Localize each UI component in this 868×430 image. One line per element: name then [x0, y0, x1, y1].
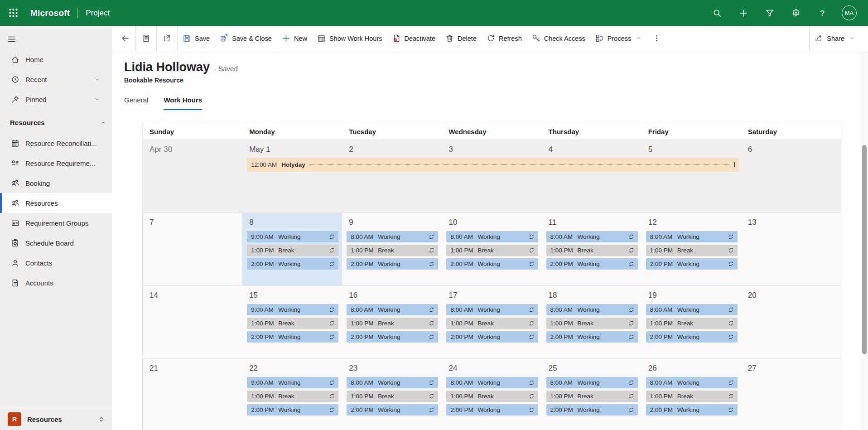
calendar-event[interactable]: 2:00 PMWorking [646, 404, 738, 416]
sidebar-item-resources[interactable]: Resources [0, 193, 112, 213]
calendar-event[interactable]: 2:00 PMWorking [446, 331, 538, 343]
calendar-day[interactable]: Apr 30 [143, 140, 242, 213]
sidebar-item-resource-requireme[interactable]: Resource Requireme... [0, 153, 112, 173]
calendar-event[interactable]: 1:00 PMBreak [646, 318, 738, 329]
calendar-event[interactable]: 1:00 PMBreak [446, 245, 538, 256]
calendar-day[interactable]: 2 [342, 140, 442, 213]
calendar-event[interactable]: 8:00 AMWorking [546, 377, 638, 388]
calendar-day[interactable]: 268:00 AMWorking1:00 PMBreak2:00 PMWorki… [641, 359, 741, 430]
calendar-event[interactable]: 2:00 PMWorking [546, 331, 638, 343]
sidebar-item-resource-reconciliati[interactable]: Resource Reconciliati... [0, 133, 112, 153]
calendar-event[interactable]: 8:00 AMWorking [446, 377, 538, 388]
deactivate-button[interactable]: Deactivate [387, 26, 441, 51]
save-and-close-button[interactable]: Save & Close [215, 26, 277, 51]
calendar-event[interactable]: 1:00 PMBreak [546, 391, 638, 402]
calendar-day[interactable]: 14 [143, 286, 242, 358]
calendar-day[interactable]: 168:00 AMWorking1:00 PMBreak2:00 PMWorki… [342, 286, 442, 358]
calendar-day[interactable]: 258:00 AMWorking1:00 PMBreak2:00 PMWorki… [542, 359, 641, 430]
process-button[interactable]: Process [590, 26, 646, 51]
calendar-day[interactable]: 20 [741, 286, 841, 358]
check-access-button[interactable]: Check Access [527, 26, 590, 51]
calendar-day[interactable]: 6 [741, 140, 841, 213]
calendar-day[interactable]: 21 [143, 359, 242, 430]
popout-button[interactable] [157, 26, 177, 51]
sidebar-item-requirement-groups[interactable]: Requirement Groups [0, 213, 112, 233]
calendar-day[interactable]: 5 [641, 140, 741, 213]
calendar-day[interactable]: 178:00 AMWorking1:00 PMBreak2:00 PMWorki… [442, 286, 541, 358]
calendar-event[interactable]: 8:00 AMWorking [646, 377, 738, 388]
calendar-event[interactable]: 1:00 PMBreak [446, 391, 538, 402]
calendar-event[interactable]: 1:00 PMBreak [247, 391, 338, 402]
calendar-event[interactable]: 8:00 AMWorking [546, 231, 638, 242]
calendar-event[interactable]: 2:00 PMWorking [247, 404, 338, 416]
sidebar-item-contacts[interactable]: Contacts [0, 253, 112, 273]
calendar-event[interactable]: 8:00 AMWorking [446, 304, 538, 315]
calendar-event[interactable]: 8:00 AMWorking [646, 304, 738, 315]
calendar-event[interactable]: 2:00 PMWorking [546, 404, 638, 416]
calendar-event[interactable]: 2:00 PMWorking [347, 404, 438, 416]
sidebar-item-accounts[interactable]: Accounts [0, 273, 112, 293]
calendar-event[interactable]: 8:00 AMWorking [347, 231, 438, 242]
calendar-event[interactable]: 8:00 AMWorking [347, 377, 438, 388]
calendar-day[interactable]: 7 [143, 213, 242, 285]
calendar-event[interactable]: 9:00 AMWorking [247, 377, 338, 388]
sidebar-item-recent[interactable]: Recent [0, 69, 112, 89]
calendar-day[interactable]: 3 [442, 140, 541, 213]
calendar-day[interactable]: 13 [741, 213, 841, 285]
sidebar-item-booking[interactable]: Booking [0, 173, 112, 193]
search-button[interactable] [704, 0, 730, 26]
calendar-day[interactable]: 238:00 AMWorking1:00 PMBreak2:00 PMWorki… [342, 359, 442, 430]
calendar-event[interactable]: 1:00 PMBreak [546, 245, 638, 256]
calendar-event[interactable]: 1:00 PMBreak [347, 391, 438, 402]
share-button[interactable]: Share [810, 26, 860, 51]
sidebar-item-pinned[interactable]: Pinned [0, 89, 112, 109]
calendar-day[interactable]: 118:00 AMWorking1:00 PMBreak2:00 PMWorki… [542, 213, 641, 285]
calendar-event[interactable]: 1:00 PMBreak [347, 245, 438, 256]
filter-button[interactable] [757, 0, 783, 26]
calendar-event[interactable]: 8:00 AMWorking [646, 231, 738, 242]
holiday-event[interactable]: 12:00 AMHolyday [247, 158, 739, 172]
calendar-event[interactable]: 1:00 PMBreak [646, 245, 738, 256]
settings-button[interactable] [783, 0, 809, 26]
brand-logo[interactable]: Microsoft [30, 8, 70, 18]
new-button[interactable]: New [277, 26, 312, 51]
scrollbar-track[interactable] [861, 51, 868, 430]
calendar-event[interactable]: 2:00 PMWorking [646, 331, 738, 343]
calendar-day[interactable]: 188:00 AMWorking1:00 PMBreak2:00 PMWorki… [542, 286, 641, 358]
calendar-event[interactable]: 2:00 PMWorking [247, 258, 338, 270]
calendar-day[interactable]: 89:00 AMWorking1:00 PMBreak2:00 PMWorkin… [242, 213, 342, 285]
calendar-event[interactable]: 1:00 PMBreak [247, 245, 338, 256]
calendar-day[interactable]: May 1 [242, 140, 342, 213]
help-button[interactable]: ? [809, 0, 835, 26]
app-name[interactable]: Project [86, 9, 110, 18]
calendar-day[interactable]: 198:00 AMWorking1:00 PMBreak2:00 PMWorki… [641, 286, 741, 358]
hamburger-menu-icon[interactable] [7, 35, 16, 45]
back-button[interactable] [115, 26, 135, 51]
sidebar-group-resources[interactable]: Resources [0, 111, 112, 133]
sidebar-item-home[interactable]: Home [0, 49, 112, 69]
calendar-event[interactable]: 1:00 PMBreak [646, 391, 738, 402]
calendar-event[interactable]: 8:00 AMWorking [446, 231, 538, 242]
calendar-event[interactable]: 2:00 PMWorking [646, 258, 738, 270]
calendar-day[interactable]: 229:00 AMWorking1:00 PMBreak2:00 PMWorki… [242, 359, 342, 430]
calendar-event[interactable]: 8:00 AMWorking [546, 304, 638, 315]
calendar-event[interactable]: 2:00 PMWorking [546, 258, 638, 270]
add-button[interactable] [730, 0, 757, 26]
show-work-hours-button[interactable]: Show Work Hours [312, 26, 387, 51]
refresh-button[interactable]: Refresh [482, 26, 527, 51]
calendar-event[interactable]: 8:00 AMWorking [347, 304, 438, 315]
calendar-day[interactable]: 108:00 AMWorking1:00 PMBreak2:00 PMWorki… [442, 213, 541, 285]
scrollbar-thumb[interactable] [862, 145, 867, 354]
calendar-event[interactable]: 2:00 PMWorking [247, 331, 338, 343]
tab-work-hours[interactable]: Work Hours [164, 96, 202, 110]
tab-general[interactable]: General [124, 96, 148, 110]
calendar-day[interactable]: 27 [741, 359, 841, 430]
calendar-day[interactable]: 98:00 AMWorking1:00 PMBreak2:00 PMWorkin… [342, 213, 442, 285]
form-selector-button[interactable] [136, 26, 156, 51]
calendar-event[interactable]: 1:00 PMBreak [247, 318, 338, 329]
waffle-icon[interactable] [6, 5, 21, 21]
calendar-event[interactable]: 9:00 AMWorking [247, 304, 338, 315]
calendar-event[interactable]: 9:00 AMWorking [247, 231, 338, 242]
calendar-event[interactable]: 2:00 PMWorking [347, 331, 438, 343]
calendar-event[interactable]: 1:00 PMBreak [347, 318, 438, 329]
